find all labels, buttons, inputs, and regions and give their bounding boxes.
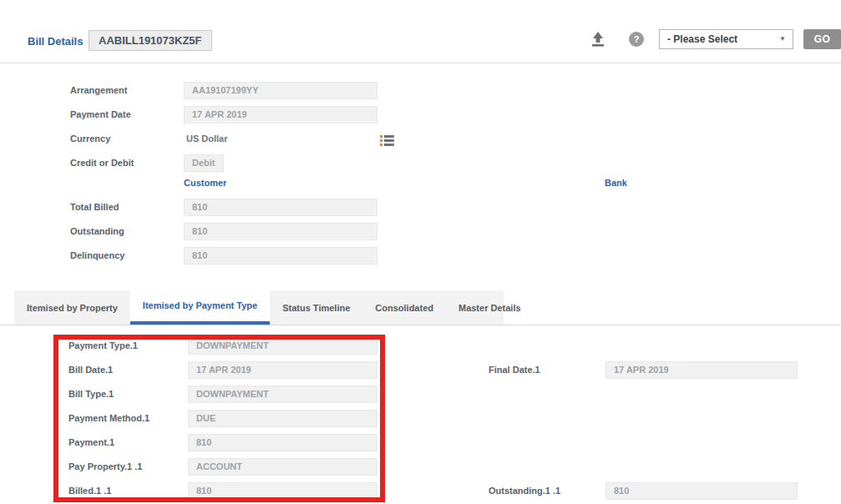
- delinquency-field[interactable]: 810: [184, 247, 377, 265]
- field-label-payment-1: Payment.1: [68, 434, 114, 451]
- field-label-final-date-1: Final Date.1: [489, 361, 540, 379]
- field-label-delinquency: Delinquency: [70, 247, 124, 265]
- final-date-1-field[interactable]: 17 APR 2019: [605, 361, 798, 379]
- tab-strip: Itemised by Property Itemised by Payment…: [14, 290, 504, 325]
- bill-id-badge: AABILL191073KZ5F: [89, 30, 212, 51]
- bill-type-1-field[interactable]: DOWNPAYMENT: [188, 386, 377, 403]
- outstanding-field[interactable]: 810: [184, 223, 377, 240]
- tab-itemised-by-payment-type[interactable]: Itemised by Payment Type: [130, 290, 270, 325]
- header-divider: [0, 63, 841, 63]
- field-label-payment-type-1: Payment Type.1: [68, 337, 138, 355]
- field-label-payment-date: Payment Date: [70, 106, 131, 123]
- field-label-billed-1-1: Billed.1 .1: [68, 482, 111, 500]
- tab-master-details[interactable]: Master Details: [446, 290, 534, 325]
- field-label-bill-date-1: Bill Date.1: [68, 361, 113, 379]
- help-icon[interactable]: ?: [629, 32, 644, 47]
- field-label-credit-or-debit: Credit or Debit: [70, 154, 134, 172]
- total-billed-field[interactable]: 810: [184, 199, 377, 216]
- go-button[interactable]: GO: [803, 29, 841, 49]
- field-label-outstanding-1-1: Outstanding.1 .1: [489, 482, 560, 500]
- field-label-currency: Currency: [70, 130, 110, 148]
- payment-type-1-field[interactable]: DOWNPAYMENT: [188, 337, 377, 355]
- arrangement-field[interactable]: AA19107199YY: [184, 82, 377, 99]
- bill-details-page: Bill Details AABILL191073KZ5F ? - Please…: [0, 0, 841, 504]
- bill-date-1-field[interactable]: 17 APR 2019: [188, 361, 377, 379]
- page-title: Bill Details: [28, 35, 83, 48]
- currency-value: US Dollar: [186, 130, 228, 148]
- chevron-down-icon: ▼: [779, 30, 786, 48]
- list-icon[interactable]: [380, 135, 394, 148]
- tab-status-timeline[interactable]: Status Timeline: [270, 290, 362, 325]
- customer-link[interactable]: Customer: [184, 176, 226, 189]
- field-label-arrangement: Arrangement: [70, 82, 127, 99]
- billed-1-1-field[interactable]: 810: [188, 482, 377, 500]
- upload-icon[interactable]: [589, 31, 607, 48]
- action-select[interactable]: - Please Select ▼: [659, 29, 793, 49]
- field-label-payment-method-1: Payment Method.1: [68, 410, 149, 427]
- action-select-value: - Please Select: [667, 33, 737, 45]
- credit-or-debit-field[interactable]: Debit: [184, 154, 224, 172]
- field-label-total-billed: Total Billed: [70, 199, 119, 216]
- outstanding-1-1-field[interactable]: 810: [605, 482, 798, 500]
- field-label-outstanding: Outstanding: [70, 223, 124, 240]
- pay-property-1-1-field[interactable]: ACCOUNT: [188, 458, 377, 476]
- tabs-divider: [0, 325, 841, 325]
- tab-consolidated[interactable]: Consolidated: [362, 290, 446, 325]
- bank-link[interactable]: Bank: [605, 176, 627, 189]
- payment-1-field[interactable]: 810: [188, 434, 377, 451]
- payment-date-field[interactable]: 17 APR 2019: [184, 106, 377, 123]
- tab-itemised-by-property[interactable]: Itemised by Property: [14, 290, 130, 325]
- field-label-bill-type-1: Bill Type.1: [68, 386, 114, 403]
- payment-method-1-field[interactable]: DUE: [188, 410, 377, 427]
- field-label-pay-property-1-1: Pay Property.1 .1: [68, 458, 142, 476]
